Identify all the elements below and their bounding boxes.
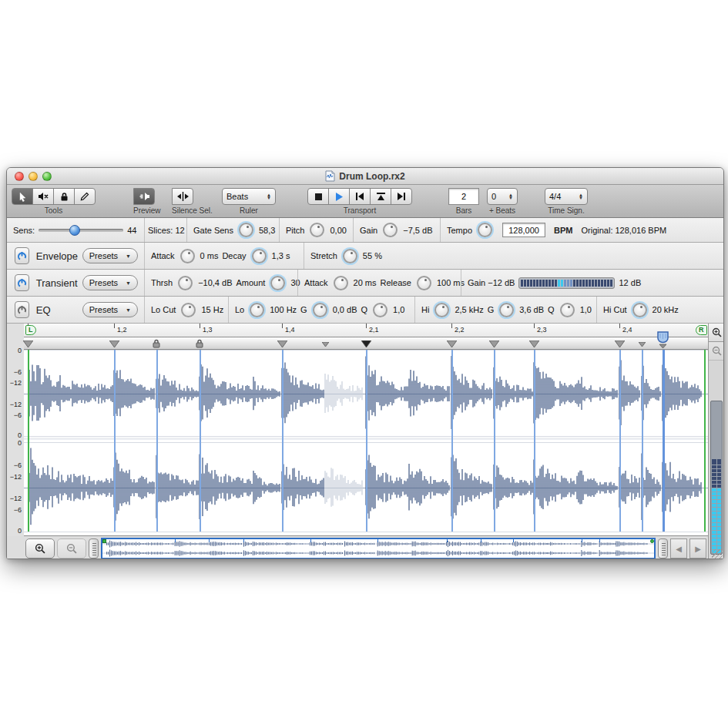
- minimize-button[interactable]: [29, 172, 38, 181]
- selected-slice-marker[interactable]: [361, 341, 371, 347]
- selected-slice-handle[interactable]: [656, 331, 669, 348]
- slice-line[interactable]: [451, 350, 453, 532]
- slice-lock-icon[interactable]: [153, 339, 160, 348]
- release-knob[interactable]: [417, 276, 431, 290]
- hi-knob[interactable]: [434, 303, 449, 317]
- slice-marker[interactable]: [489, 341, 499, 347]
- overview-right-handle[interactable]: [658, 538, 668, 559]
- play-button[interactable]: [328, 188, 350, 205]
- slice-line[interactable]: [642, 350, 643, 532]
- hi-cut-knob[interactable]: [632, 303, 647, 317]
- waveform-display[interactable]: [24, 350, 710, 536]
- overview-left-handle[interactable]: [89, 538, 99, 559]
- slice-marker[interactable]: [322, 342, 329, 347]
- slice-marker[interactable]: [615, 341, 625, 347]
- zoom-button[interactable]: [42, 172, 52, 181]
- q-knob[interactable]: [373, 303, 387, 317]
- selected-slice-line[interactable]: [663, 350, 665, 532]
- amount-knob[interactable]: [270, 276, 285, 290]
- db-scale: 0−6−12−12−600−6−12−12−60: [7, 350, 24, 536]
- mute-tool-button[interactable]: [32, 188, 54, 205]
- lock-tool-button[interactable]: [53, 188, 75, 205]
- zoom-out-vertical-button[interactable]: [709, 342, 724, 361]
- toolbar: Tools Preview Silence Sel. Beats ▲▼ Rule…: [7, 185, 723, 218]
- beat-ruler[interactable]: 11,21,31,42,12,22,32,4LR: [24, 324, 710, 337]
- ruler-mode-popup[interactable]: Beats ▲▼: [222, 188, 276, 205]
- stop-button[interactable]: [307, 188, 329, 205]
- slice-line[interactable]: [534, 350, 535, 532]
- db-scale-label: −6: [14, 506, 22, 514]
- loop-start-flag[interactable]: L: [25, 325, 36, 335]
- close-button[interactable]: [15, 172, 24, 181]
- time-signature-stepper[interactable]: 4/4 ▲▼: [545, 188, 588, 205]
- slice-marker[interactable]: [23, 341, 33, 347]
- gate-sens-knob[interactable]: [239, 223, 253, 237]
- loop-end-line: [704, 350, 706, 532]
- slice-line[interactable]: [156, 350, 158, 532]
- loop-overview[interactable]: [101, 538, 656, 559]
- skip-to-start-button[interactable]: [349, 188, 371, 205]
- slice-marker-strip[interactable]: [24, 337, 710, 350]
- gain-knob[interactable]: [383, 223, 398, 237]
- bars-field[interactable]: 2: [448, 188, 479, 205]
- param-value: 3,6 dB: [519, 305, 544, 314]
- stretch-knob[interactable]: [343, 249, 357, 263]
- loop-end-flag[interactable]: R: [696, 325, 707, 335]
- preview-button[interactable]: [133, 188, 155, 205]
- envelope-power-button[interactable]: [15, 247, 29, 264]
- param-value: 1,3 s: [272, 251, 290, 260]
- lo-knob[interactable]: [250, 303, 264, 317]
- decay-knob[interactable]: [252, 249, 267, 263]
- title-bar[interactable]: Drum Loop.rx2: [7, 168, 723, 185]
- plus-beats-group: 0 ▲▼ + Beats: [487, 188, 518, 215]
- loop-start-marker[interactable]: [102, 539, 106, 543]
- silence-selection-button[interactable]: [172, 188, 193, 205]
- return-marker-button[interactable]: [370, 188, 391, 205]
- tempo-knob[interactable]: [478, 223, 492, 237]
- q-knob[interactable]: [560, 303, 575, 317]
- silence-selection-label: Silence Sel.: [172, 206, 213, 215]
- slider-thumb[interactable]: [69, 225, 80, 236]
- eq-power-button[interactable]: [15, 301, 29, 318]
- skip-to-end-button[interactable]: [391, 188, 412, 205]
- attack-knob[interactable]: [180, 249, 195, 263]
- slice-line[interactable]: [366, 350, 367, 532]
- slice-line[interactable]: [200, 350, 201, 532]
- scroll-right-button[interactable]: ▶: [689, 538, 706, 559]
- slice-marker[interactable]: [447, 341, 457, 347]
- slice-line[interactable]: [619, 350, 621, 532]
- loop-end-marker[interactable]: [650, 539, 654, 543]
- plus-beats-stepper[interactable]: 0 ▲▼: [487, 188, 518, 205]
- slice-marker[interactable]: [277, 341, 287, 347]
- g-knob[interactable]: [313, 303, 327, 317]
- slice-line[interactable]: [282, 350, 283, 532]
- db-scale-label: −12: [10, 473, 22, 481]
- pencil-tool-button[interactable]: [74, 188, 96, 205]
- lo-cut-knob[interactable]: [181, 303, 196, 317]
- slice-line[interactable]: [494, 350, 495, 532]
- resize-grip[interactable]: [712, 549, 723, 559]
- slice-marker[interactable]: [109, 341, 119, 347]
- sens-slider[interactable]: [39, 225, 123, 236]
- scroll-left-button[interactable]: ◀: [670, 538, 687, 559]
- attack-knob[interactable]: [334, 276, 348, 290]
- zoom-in-horizontal-button[interactable]: [25, 538, 55, 559]
- slice-marker[interactable]: [639, 342, 646, 347]
- thrsh-knob[interactable]: [178, 276, 193, 290]
- transient-power-button[interactable]: [15, 274, 29, 291]
- envelope-presets-popup[interactable]: Presets▼: [82, 248, 138, 263]
- pitch-knob[interactable]: [310, 223, 324, 237]
- zoom-in-vertical-button[interactable]: [709, 324, 724, 342]
- eq-presets-popup[interactable]: Presets▼: [82, 302, 138, 317]
- arrow-tool-button[interactable]: [12, 188, 33, 205]
- param-label: Decay: [222, 251, 246, 260]
- tempo-field[interactable]: 128,000: [502, 223, 545, 237]
- slice-lock-icon[interactable]: [196, 339, 203, 348]
- slice-marker[interactable]: [529, 341, 539, 347]
- zoom-out-horizontal-button[interactable]: [57, 538, 86, 559]
- g-knob[interactable]: [499, 303, 514, 317]
- ruler-label: Ruler: [222, 206, 276, 215]
- slice-line[interactable]: [114, 350, 116, 532]
- transient-presets-popup[interactable]: Presets▼: [82, 275, 138, 290]
- transient-row: Transient Presets▼ Thrsh−10,4 dBAmount30…: [7, 270, 723, 297]
